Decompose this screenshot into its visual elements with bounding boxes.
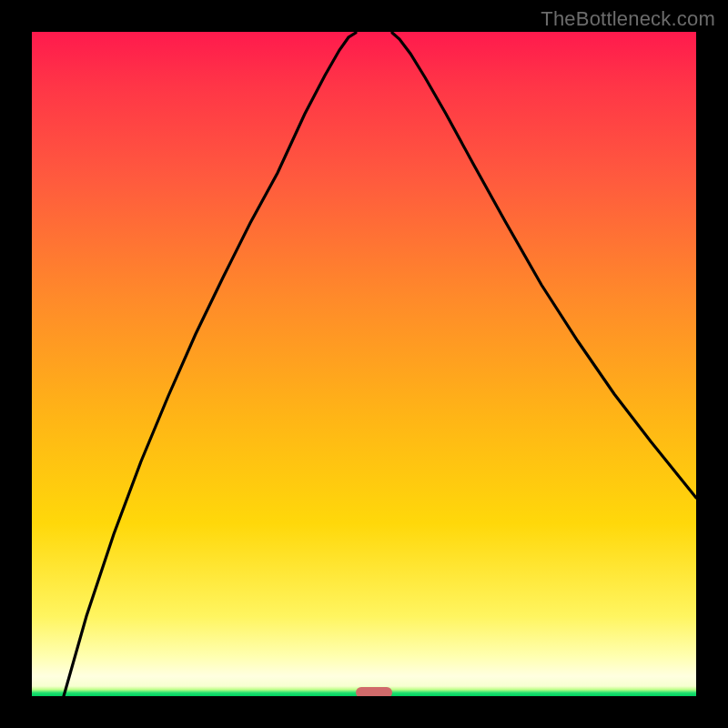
curve-layer [32, 32, 696, 696]
minimum-marker [356, 687, 392, 696]
left-curve [64, 33, 356, 696]
chart-frame: TheBottleneck.com [0, 0, 728, 728]
right-curve [392, 33, 696, 498]
watermark-text: TheBottleneck.com [541, 7, 715, 31]
plot-area [32, 32, 696, 696]
